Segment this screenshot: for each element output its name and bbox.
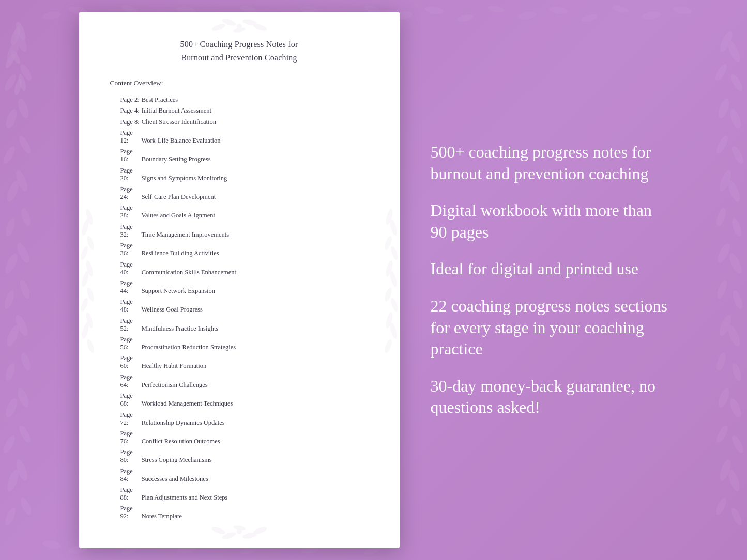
svg-point-107 xyxy=(242,532,257,539)
svg-point-124 xyxy=(389,219,398,236)
svg-point-125 xyxy=(383,235,393,251)
toc-item: Page 40: Communication Skills Enhancemen… xyxy=(110,259,369,277)
svg-point-127 xyxy=(385,260,394,277)
document-page: 500+ Coaching Progress Notes for Burnout… xyxy=(79,12,400,548)
svg-point-109 xyxy=(237,529,242,534)
svg-point-106 xyxy=(233,525,246,531)
feature-item-2: Ideal for digital and printed use xyxy=(431,258,668,280)
svg-point-101 xyxy=(237,24,242,29)
main-container: 500+ Coaching Progress Notes for Burnout… xyxy=(0,0,747,560)
svg-point-122 xyxy=(85,338,95,354)
svg-point-105 xyxy=(221,531,237,540)
svg-point-131 xyxy=(385,312,394,329)
toc-item: Page 60: Healthy Habit Formation xyxy=(110,353,369,371)
toc-item: Page 8: Client Stressor Identification xyxy=(110,116,369,127)
svg-point-129 xyxy=(383,287,393,302)
document-title: 500+ Coaching Progress Notes for Burnout… xyxy=(110,38,369,64)
toc-item: Page 84: Successes and Milestones xyxy=(110,465,369,484)
svg-point-98 xyxy=(233,27,246,33)
toc-item: Page 76: Conflict Resolution Outcomes xyxy=(110,428,369,447)
toc-item: Page 36: Resilience Building Activities xyxy=(110,240,369,259)
feature-item-0: 500+ coaching progress notes for burnout… xyxy=(431,142,668,184)
toc-item: Page 72: Relationship Dynamics Updates xyxy=(110,409,369,428)
svg-point-116 xyxy=(85,260,94,277)
doc-floral-left xyxy=(79,201,100,359)
toc-item: Page 92: Notes Template xyxy=(110,503,369,522)
svg-point-130 xyxy=(389,297,399,313)
toc-item: Page 52: Mindfulness Practice Insights xyxy=(110,315,369,334)
svg-point-118 xyxy=(85,287,95,302)
svg-point-121 xyxy=(81,322,90,339)
toc-item: Page 88: Plan Adjustments and Next Steps xyxy=(110,485,369,503)
toc-item: Page 32: Time Management Improvements xyxy=(110,222,369,240)
toc-item: Page 20: Signs and Symptoms Monitoring xyxy=(110,165,369,183)
feature-item-3: 22 coaching progress notes sections for … xyxy=(431,295,668,360)
toc-item: Page 48: Wellness Goal Progress xyxy=(110,297,369,315)
svg-point-126 xyxy=(389,245,399,261)
feature-item-1: Digital workbook with more than 90 pages xyxy=(431,200,668,243)
svg-point-113 xyxy=(81,219,90,236)
toc-item: Page 56: Procrastination Reduction Strat… xyxy=(110,334,369,353)
svg-point-100 xyxy=(252,23,268,33)
svg-point-120 xyxy=(85,312,94,329)
svg-point-103 xyxy=(248,22,251,25)
svg-point-108 xyxy=(252,525,268,535)
svg-point-132 xyxy=(389,322,398,339)
content-overview-label: Content Overview: xyxy=(110,79,369,87)
toc-item: Page 24: Self-Care Plan Development xyxy=(110,184,369,203)
toc-item: Page 80: Stress Coping Mechanisms xyxy=(110,447,369,465)
svg-point-117 xyxy=(81,270,90,287)
toc-item: Page 28: Values and Goals Alignment xyxy=(110,203,369,221)
svg-point-102 xyxy=(227,22,231,25)
toc-list: Page 2: Best PracticesPage 4: Initial Bu… xyxy=(110,95,369,522)
svg-point-119 xyxy=(79,297,89,313)
svg-point-97 xyxy=(221,18,237,27)
svg-point-104 xyxy=(211,525,226,535)
svg-point-114 xyxy=(85,235,95,251)
toc-item: Page 64: Perfectionism Challenges xyxy=(110,372,369,391)
svg-point-99 xyxy=(242,19,257,26)
toc-item: Page 16: Boundary Setting Progress xyxy=(110,146,369,165)
svg-point-111 xyxy=(248,533,251,536)
toc-item: Page 44: Support Network Expansion xyxy=(110,278,369,297)
svg-point-123 xyxy=(385,208,394,225)
toc-item: Page 4: Initial Burnout Assessment xyxy=(110,105,369,116)
toc-item: Page 2: Best Practices xyxy=(110,95,369,105)
svg-point-112 xyxy=(85,208,94,225)
toc-item: Page 68: Workload Management Techniques xyxy=(110,391,369,409)
svg-point-110 xyxy=(227,533,231,536)
doc-floral-right xyxy=(379,201,400,359)
features-panel: 500+ coaching progress notes for burnout… xyxy=(431,142,668,418)
svg-point-133 xyxy=(383,338,393,354)
svg-point-115 xyxy=(79,245,89,261)
svg-point-96 xyxy=(211,23,226,33)
feature-item-4: 30-day money-back guarantee, no question… xyxy=(431,376,668,418)
toc-item: Page 12: Work-Life Balance Evaluation xyxy=(110,128,369,146)
svg-point-128 xyxy=(389,270,398,287)
